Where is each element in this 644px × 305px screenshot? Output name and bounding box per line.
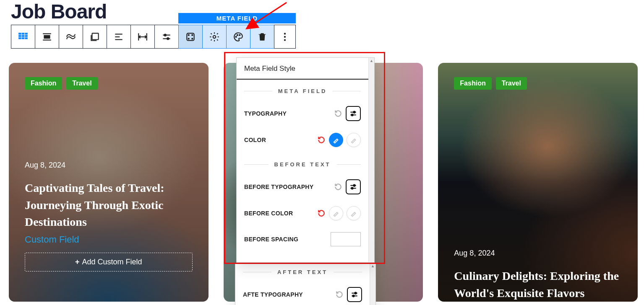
- row-typography: TYPOGRAPHY: [237, 100, 368, 127]
- color-swatch-normal[interactable]: [329, 133, 343, 147]
- color-swatch-hover[interactable]: [347, 206, 361, 220]
- panel-scrollbar[interactable]: [370, 263, 375, 305]
- before-spacing-input[interactable]: [331, 232, 361, 246]
- sliders-button[interactable]: [154, 25, 179, 49]
- svg-point-28: [213, 35, 216, 38]
- tag-fashion[interactable]: Fashion: [25, 77, 62, 90]
- row-label: TYPOGRAPHY: [244, 110, 287, 117]
- annotation-highlight-box: Meta Field Style META FIELD TYPOGRAPHY C…: [224, 52, 385, 264]
- svg-point-30: [237, 34, 238, 35]
- panel-title: Meta Field Style: [237, 58, 368, 80]
- svg-point-47: [352, 295, 354, 297]
- row-before-spacing: BEFORE SPACING: [237, 226, 368, 252]
- panel-section-before-text: BEFORE TEXT: [237, 153, 368, 173]
- row-label: BEFORE SPACING: [244, 236, 298, 243]
- page-title: Job Board: [11, 0, 107, 23]
- row-label: COLOR: [244, 137, 266, 143]
- row-color: COLOR: [237, 127, 368, 153]
- add-custom-field-button[interactable]: +Add Custom Field: [25, 253, 193, 271]
- svg-point-27: [192, 38, 193, 39]
- post-date: Aug 8, 2024: [25, 161, 193, 170]
- svg-point-26: [188, 38, 189, 39]
- typography-edit-button[interactable]: [347, 287, 362, 302]
- panel-section-meta-field: META FIELD: [237, 80, 368, 100]
- panel-scrollbar[interactable]: [368, 58, 374, 262]
- post-date: Aug 8, 2024: [454, 249, 622, 258]
- svg-rect-6: [18, 37, 21, 39]
- svg-point-22: [167, 38, 169, 39]
- post-headline: Captivating Tales of Travel: Journeying …: [25, 180, 193, 231]
- svg-point-39: [351, 114, 353, 116]
- tag-list: Fashion Travel: [25, 77, 193, 90]
- tag-travel[interactable]: Travel: [66, 77, 97, 90]
- meta-box-button[interactable]: [178, 25, 203, 49]
- svg-rect-5: [25, 35, 28, 36]
- width-button[interactable]: [130, 25, 155, 49]
- svg-rect-23: [187, 33, 194, 40]
- svg-point-43: [351, 187, 353, 189]
- svg-rect-8: [25, 37, 28, 39]
- panel-section-after-text: AFTER TEXT: [235, 263, 370, 281]
- row-label: AFTE TYPOGRAPHY: [243, 291, 303, 298]
- svg-point-29: [236, 36, 237, 37]
- row-after-typography: AFTE TYPOGRAPHY: [235, 281, 370, 305]
- reset-icon[interactable]: [317, 136, 326, 144]
- post-card: Fashion Travel Aug 8, 2024 Culinary Deli…: [438, 63, 638, 302]
- row-before-typography: BEFORE TYPOGRAPHY: [237, 173, 368, 200]
- svg-rect-1: [22, 33, 25, 34]
- reset-icon[interactable]: [317, 209, 326, 217]
- settings-gear-button[interactable]: [202, 25, 227, 49]
- tag-fashion[interactable]: Fashion: [454, 77, 491, 90]
- color-swatch-normal[interactable]: [329, 206, 343, 220]
- custom-field-text[interactable]: Custom Field: [25, 234, 79, 245]
- align-button[interactable]: [35, 25, 59, 49]
- meta-style-panel-continued: AFTER TEXT AFTE TYPOGRAPHY: [235, 263, 376, 305]
- svg-point-24: [188, 34, 189, 35]
- post-headline: Culinary Delights: Exploring the World's…: [454, 268, 622, 302]
- svg-point-45: [355, 292, 356, 294]
- svg-rect-7: [22, 37, 25, 39]
- svg-point-31: [239, 34, 240, 35]
- svg-point-34: [284, 39, 286, 41]
- svg-point-37: [353, 111, 355, 113]
- row-label: BEFORE COLOR: [244, 210, 293, 217]
- text-align-button[interactable]: [107, 25, 131, 49]
- svg-rect-4: [22, 35, 25, 36]
- reset-icon[interactable]: [334, 183, 342, 191]
- reset-icon[interactable]: [335, 290, 344, 299]
- reset-icon[interactable]: [334, 109, 342, 118]
- svg-point-20: [164, 34, 166, 36]
- tag-travel[interactable]: Travel: [496, 77, 527, 90]
- svg-rect-2: [25, 33, 28, 34]
- typography-edit-button[interactable]: [346, 179, 361, 194]
- annotation-arrow-icon: [240, 0, 291, 29]
- svg-point-33: [284, 36, 286, 37]
- grid-layout-button[interactable]: [11, 25, 35, 49]
- svg-rect-10: [44, 35, 50, 38]
- row-before-color: BEFORE COLOR: [237, 200, 368, 226]
- tag-list: Fashion Travel: [454, 77, 622, 90]
- post-card: Fashion Travel Aug 8, 2024 Captivating T…: [9, 63, 209, 302]
- svg-rect-3: [18, 35, 21, 36]
- color-swatch-hover[interactable]: [347, 133, 361, 147]
- svg-rect-12: [92, 33, 99, 39]
- meta-style-panel: Meta Field Style META FIELD TYPOGRAPHY C…: [236, 57, 375, 263]
- svg-rect-0: [18, 33, 21, 34]
- svg-point-32: [284, 33, 286, 34]
- svg-line-35: [254, 3, 287, 24]
- typography-edit-button[interactable]: [346, 106, 361, 121]
- loop-icon-button[interactable]: [59, 25, 83, 49]
- row-label: BEFORE TYPOGRAPHY: [244, 184, 313, 190]
- cards-icon-button[interactable]: [83, 25, 107, 49]
- svg-point-41: [353, 185, 355, 186]
- svg-point-25: [192, 34, 193, 35]
